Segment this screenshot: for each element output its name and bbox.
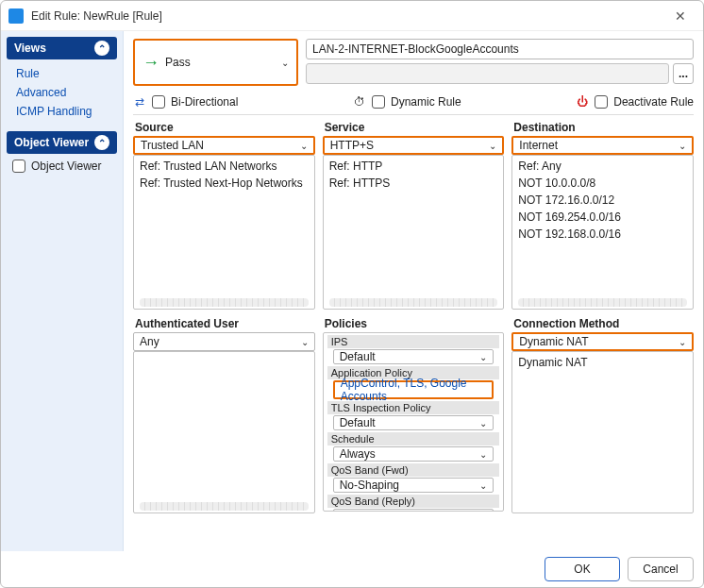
rule-name-value: LAN-2-INTERNET-BlockGoogleAccounts <box>312 42 519 56</box>
connection-method-dropdown[interactable]: Dynamic NAT ⌄ <box>511 332 694 351</box>
destination-title: Destination <box>511 119 694 136</box>
ips-select[interactable]: Default ⌄ <box>333 349 494 364</box>
views-header-label: Views <box>14 42 46 55</box>
auth-user-selected: Any <box>140 335 159 348</box>
object-viewer-checkbox[interactable] <box>12 160 25 173</box>
list-item[interactable]: NOT 169.254.0.0/16 <box>518 209 687 226</box>
sidebar: Views ⌃ Rule Advanced ICMP Handling Obje… <box>1 31 124 551</box>
titlebar: Edit Rule: NewRule [Rule] ✕ <box>1 1 703 31</box>
service-title: Service <box>323 119 505 136</box>
deactivate-label: Deactivate Rule <box>613 95 694 109</box>
list-item[interactable]: Ref: HTTP <box>329 158 498 175</box>
destination-list[interactable]: Ref: Any NOT 10.0.0.0/8 NOT 172.16.0.0/1… <box>511 155 694 310</box>
description-more-button[interactable]: ... <box>673 63 694 84</box>
dynamic-rule-checkbox[interactable] <box>372 95 385 109</box>
source-dropdown[interactable]: Trusted LAN ⌄ <box>133 136 315 155</box>
list-item[interactable]: NOT 192.168.0.0/16 <box>518 226 687 243</box>
rule-name-input[interactable]: LAN-2-INTERNET-BlockGoogleAccounts <box>306 39 694 59</box>
chevron-down-icon: ⌄ <box>479 449 487 460</box>
views-panel: Views ⌃ Rule Advanced ICMP Handling <box>7 37 117 122</box>
chevron-down-icon: ⌄ <box>281 58 289 68</box>
list-item[interactable]: NOT 10.0.0.0/8 <box>518 175 687 192</box>
ok-button[interactable]: OK <box>545 557 620 581</box>
chevron-down-icon: ⌄ <box>679 141 686 151</box>
app-policy-select[interactable]: AppControl, TLS, Google Accounts <box>333 380 494 399</box>
list-item[interactable]: Ref: Any <box>518 158 687 175</box>
qos-fwd-select[interactable]: No-Shaping ⌄ <box>333 478 494 493</box>
chevron-down-icon: ⌄ <box>479 512 487 512</box>
timer-icon: ⏱ <box>353 95 366 109</box>
chevron-down-icon: ⌄ <box>300 141 308 151</box>
deactivate-checkbox[interactable] <box>595 95 608 109</box>
action-label: Pass <box>165 56 191 69</box>
collapse-icon[interactable]: ⌃ <box>94 41 109 56</box>
pass-arrow-icon: → <box>142 53 159 73</box>
bidirectional-label: Bi-Directional <box>171 95 238 109</box>
chevron-down-icon: ⌄ <box>479 352 487 362</box>
scrollbar[interactable] <box>140 502 309 511</box>
chevron-down-icon: ⌄ <box>489 141 496 151</box>
nav-advanced[interactable]: Advanced <box>16 84 113 101</box>
tls-policy-select[interactable]: Default ⌄ <box>333 415 494 430</box>
auth-user-list[interactable] <box>133 351 315 513</box>
nav-rule[interactable]: Rule <box>16 65 113 82</box>
policies-title: Policies <box>323 315 505 332</box>
destination-column: Destination Internet ⌄ Ref: Any NOT 10.0… <box>511 119 694 310</box>
list-item[interactable]: Ref: Trusted Next-Hop Networks <box>140 175 309 192</box>
source-title: Source <box>133 119 315 136</box>
dynamic-rule-label: Dynamic Rule <box>391 95 461 109</box>
cancel-button[interactable]: Cancel <box>628 557 694 581</box>
views-items: Rule Advanced ICMP Handling <box>7 59 117 122</box>
chevron-down-icon: ⌄ <box>479 418 487 428</box>
object-viewer-header[interactable]: Object Viewer ⌃ <box>7 131 117 154</box>
chevron-down-icon: ⌄ <box>679 337 686 347</box>
connection-method-list[interactable]: Dynamic NAT <box>511 351 694 513</box>
list-item[interactable]: Dynamic NAT <box>518 354 687 371</box>
service-list[interactable]: Ref: HTTP Ref: HTTPS <box>323 155 505 310</box>
connection-method-column: Connection Method Dynamic NAT ⌄ Dynamic … <box>511 315 694 513</box>
app-icon <box>8 8 24 24</box>
source-selected: Trusted LAN <box>141 139 204 152</box>
views-header[interactable]: Views ⌃ <box>7 37 117 59</box>
rule-description-input[interactable] <box>306 63 669 84</box>
dialog-footer: OK Cancel <box>1 551 703 587</box>
list-item[interactable]: Ref: HTTPS <box>329 175 498 192</box>
source-list[interactable]: Ref: Trusted LAN Networks Ref: Trusted N… <box>133 155 315 310</box>
destination-selected: Internet <box>519 139 558 152</box>
ips-label: IPS <box>327 335 500 348</box>
action-dropdown[interactable]: → Pass ⌄ <box>133 39 298 86</box>
edit-rule-dialog: Edit Rule: NewRule [Rule] ✕ Views ⌃ Rule… <box>0 0 704 588</box>
bidirectional-checkbox[interactable] <box>152 95 165 109</box>
qos-reply-select[interactable]: Like-Fwd ⌄ <box>333 509 494 512</box>
close-button[interactable]: ✕ <box>665 4 696 28</box>
connection-method-title: Connection Method <box>511 315 694 332</box>
scrollbar[interactable] <box>329 298 498 307</box>
nav-icmp-handling[interactable]: ICMP Handling <box>16 103 113 120</box>
deactivate-flag: ⏻ Deactivate Rule <box>576 95 694 109</box>
rule-flags: ⇄ Bi-Directional ⏱ Dynamic Rule ⏻ Deacti… <box>133 92 694 115</box>
qos-reply-label: QoS Band (Reply) <box>327 495 500 508</box>
object-viewer-panel: Object Viewer ⌃ Object Viewer <box>7 131 117 175</box>
list-item[interactable]: NOT 172.16.0.0/12 <box>518 192 687 209</box>
scrollbar[interactable] <box>518 298 687 307</box>
scrollbar[interactable] <box>140 298 309 307</box>
object-viewer-label: Object Viewer <box>31 160 101 173</box>
policies-column: Policies IPS Default ⌄ Application Polic… <box>323 315 505 513</box>
bidirectional-flag: ⇄ Bi-Directional <box>133 95 238 109</box>
qos-fwd-label: QoS Band (Fwd) <box>327 463 500 477</box>
auth-user-title: Authenticated User <box>133 315 315 332</box>
collapse-icon[interactable]: ⌃ <box>94 135 109 150</box>
chevron-down-icon: ⌄ <box>479 480 487 491</box>
window-title: Edit Rule: NewRule [Rule] <box>31 9 162 23</box>
auth-user-column: Authenticated User Any ⌄ <box>133 315 315 513</box>
list-item[interactable]: Ref: Trusted LAN Networks <box>140 158 309 175</box>
dynamic-rule-flag: ⏱ Dynamic Rule <box>353 95 461 109</box>
schedule-select[interactable]: Always ⌄ <box>333 446 494 462</box>
destination-dropdown[interactable]: Internet ⌄ <box>511 136 694 155</box>
connection-method-selected: Dynamic NAT <box>519 335 588 348</box>
tls-policy-label: TLS Inspection Policy <box>327 401 500 414</box>
power-icon: ⏻ <box>576 95 589 109</box>
auth-user-dropdown[interactable]: Any ⌄ <box>133 332 315 351</box>
service-dropdown[interactable]: HTTP+S ⌄ <box>323 136 505 155</box>
main-content: → Pass ⌄ LAN-2-INTERNET-BlockGoogleAccou… <box>124 31 703 551</box>
